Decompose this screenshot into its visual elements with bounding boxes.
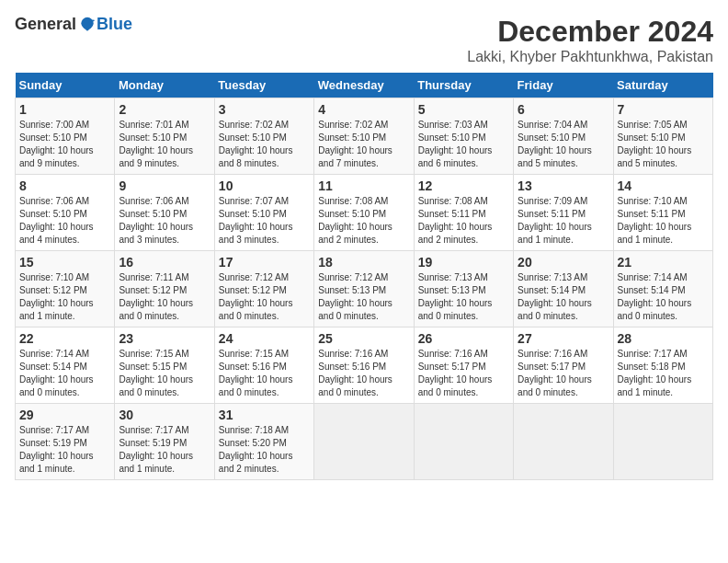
day-header-sunday: Sunday: [16, 73, 115, 98]
day-number: 19: [418, 255, 509, 270]
calendar-cell: 10 Sunrise: 7:07 AM Sunset: 5:10 PM Dayl…: [214, 175, 313, 251]
day-info: Sunrise: 7:12 AM Sunset: 5:12 PM Dayligh…: [219, 271, 310, 323]
calendar-table: SundayMondayTuesdayWednesdayThursdayFrid…: [15, 73, 713, 480]
day-info: Sunrise: 7:00 AM Sunset: 5:10 PM Dayligh…: [19, 119, 110, 170]
sub-title: Lakki, Khyber Pakhtunkhwa, Pakistan: [467, 49, 713, 65]
day-info: Sunrise: 7:02 AM Sunset: 5:10 PM Dayligh…: [318, 119, 409, 170]
day-number: 15: [19, 255, 110, 270]
calendar-week-1: 1 Sunrise: 7:00 AM Sunset: 5:10 PM Dayli…: [16, 98, 713, 175]
day-number: 3: [219, 102, 310, 117]
day-info: Sunrise: 7:05 AM Sunset: 5:10 PM Dayligh…: [618, 119, 709, 170]
day-number: 9: [119, 178, 210, 193]
day-number: 12: [418, 178, 509, 193]
day-info: Sunrise: 7:10 AM Sunset: 5:11 PM Dayligh…: [618, 195, 709, 247]
day-info: Sunrise: 7:08 AM Sunset: 5:11 PM Dayligh…: [418, 195, 509, 247]
calendar-cell: 16 Sunrise: 7:11 AM Sunset: 5:12 PM Dayl…: [115, 251, 214, 327]
day-number: 22: [19, 331, 110, 346]
day-number: 28: [618, 331, 709, 346]
calendar-cell: 29 Sunrise: 7:17 AM Sunset: 5:19 PM Dayl…: [16, 404, 115, 480]
calendar-cell: [613, 404, 712, 480]
day-header-thursday: Thursday: [414, 73, 513, 98]
calendar-cell: 24 Sunrise: 7:15 AM Sunset: 5:16 PM Dayl…: [214, 327, 313, 404]
calendar-cell: 11 Sunrise: 7:08 AM Sunset: 5:10 PM Dayl…: [314, 175, 414, 251]
calendar-cell: 30 Sunrise: 7:17 AM Sunset: 5:19 PM Dayl…: [115, 404, 214, 480]
day-number: 20: [518, 255, 609, 270]
day-number: 2: [119, 102, 210, 117]
day-number: 13: [518, 178, 609, 193]
calendar-cell: 22 Sunrise: 7:14 AM Sunset: 5:14 PM Dayl…: [16, 327, 115, 404]
day-info: Sunrise: 7:16 AM Sunset: 5:17 PM Dayligh…: [418, 348, 509, 399]
calendar-cell: 1 Sunrise: 7:00 AM Sunset: 5:10 PM Dayli…: [16, 98, 115, 175]
calendar-cell: 17 Sunrise: 7:12 AM Sunset: 5:12 PM Dayl…: [214, 251, 313, 327]
day-header-wednesday: Wednesday: [314, 73, 414, 98]
day-info: Sunrise: 7:15 AM Sunset: 5:16 PM Dayligh…: [219, 348, 310, 399]
header: General Blue December 2024 Lakki, Khyber…: [15, 15, 713, 65]
day-info: Sunrise: 7:13 AM Sunset: 5:14 PM Dayligh…: [518, 271, 609, 323]
calendar-cell: 15 Sunrise: 7:10 AM Sunset: 5:12 PM Dayl…: [16, 251, 115, 327]
day-info: Sunrise: 7:11 AM Sunset: 5:12 PM Dayligh…: [119, 271, 210, 323]
day-info: Sunrise: 7:02 AM Sunset: 5:10 PM Dayligh…: [219, 119, 310, 170]
day-number: 14: [618, 178, 709, 193]
calendar-week-4: 22 Sunrise: 7:14 AM Sunset: 5:14 PM Dayl…: [16, 327, 713, 404]
calendar-cell: [514, 404, 613, 480]
calendar-cell: 9 Sunrise: 7:06 AM Sunset: 5:10 PM Dayli…: [115, 175, 214, 251]
day-info: Sunrise: 7:12 AM Sunset: 5:13 PM Dayligh…: [318, 271, 409, 323]
day-number: 5: [418, 102, 509, 117]
title-section: December 2024 Lakki, Khyber Pakhtunkhwa,…: [467, 15, 713, 65]
day-number: 29: [19, 408, 110, 422]
day-info: Sunrise: 7:14 AM Sunset: 5:14 PM Dayligh…: [618, 271, 709, 323]
day-number: 16: [119, 255, 210, 270]
day-info: Sunrise: 7:08 AM Sunset: 5:10 PM Dayligh…: [318, 195, 409, 247]
day-number: 6: [518, 102, 609, 117]
day-number: 1: [19, 102, 110, 117]
calendar-cell: 7 Sunrise: 7:05 AM Sunset: 5:10 PM Dayli…: [613, 98, 712, 175]
day-number: 4: [318, 102, 409, 117]
day-info: Sunrise: 7:03 AM Sunset: 5:10 PM Dayligh…: [418, 119, 509, 170]
calendar-cell: 3 Sunrise: 7:02 AM Sunset: 5:10 PM Dayli…: [214, 98, 313, 175]
day-number: 26: [418, 331, 509, 346]
day-info: Sunrise: 7:18 AM Sunset: 5:20 PM Dayligh…: [219, 424, 310, 476]
day-info: Sunrise: 7:01 AM Sunset: 5:10 PM Dayligh…: [119, 119, 210, 170]
calendar-cell: 13 Sunrise: 7:09 AM Sunset: 5:11 PM Dayl…: [514, 175, 613, 251]
day-info: Sunrise: 7:17 AM Sunset: 5:18 PM Dayligh…: [618, 348, 709, 399]
day-info: Sunrise: 7:04 AM Sunset: 5:10 PM Dayligh…: [518, 119, 609, 170]
day-info: Sunrise: 7:06 AM Sunset: 5:10 PM Dayligh…: [19, 195, 110, 247]
calendar-cell: 31 Sunrise: 7:18 AM Sunset: 5:20 PM Dayl…: [214, 404, 313, 480]
calendar-cell: [414, 404, 513, 480]
day-number: 30: [119, 408, 210, 422]
calendar-cell: 5 Sunrise: 7:03 AM Sunset: 5:10 PM Dayli…: [414, 98, 513, 175]
logo: General Blue: [15, 15, 132, 34]
day-info: Sunrise: 7:17 AM Sunset: 5:19 PM Dayligh…: [19, 424, 110, 476]
day-info: Sunrise: 7:16 AM Sunset: 5:17 PM Dayligh…: [518, 348, 609, 399]
day-number: 7: [618, 102, 709, 117]
day-info: Sunrise: 7:07 AM Sunset: 5:10 PM Dayligh…: [219, 195, 310, 247]
calendar-cell: 18 Sunrise: 7:12 AM Sunset: 5:13 PM Dayl…: [314, 251, 414, 327]
day-info: Sunrise: 7:09 AM Sunset: 5:11 PM Dayligh…: [518, 195, 609, 247]
calendar-cell: 8 Sunrise: 7:06 AM Sunset: 5:10 PM Dayli…: [16, 175, 115, 251]
calendar-cell: 19 Sunrise: 7:13 AM Sunset: 5:13 PM Dayl…: [414, 251, 513, 327]
day-info: Sunrise: 7:13 AM Sunset: 5:13 PM Dayligh…: [418, 271, 509, 323]
calendar-cell: 21 Sunrise: 7:14 AM Sunset: 5:14 PM Dayl…: [613, 251, 712, 327]
main-title: December 2024: [467, 15, 713, 49]
day-number: 25: [318, 331, 409, 346]
calendar-week-3: 15 Sunrise: 7:10 AM Sunset: 5:12 PM Dayl…: [16, 251, 713, 327]
calendar-cell: 20 Sunrise: 7:13 AM Sunset: 5:14 PM Dayl…: [514, 251, 613, 327]
logo-general: General: [15, 15, 76, 34]
calendar-header-row: SundayMondayTuesdayWednesdayThursdayFrid…: [16, 73, 713, 98]
calendar-cell: 2 Sunrise: 7:01 AM Sunset: 5:10 PM Dayli…: [115, 98, 214, 175]
day-number: 23: [119, 331, 210, 346]
day-number: 11: [318, 178, 409, 193]
day-info: Sunrise: 7:06 AM Sunset: 5:10 PM Dayligh…: [119, 195, 210, 247]
calendar-week-5: 29 Sunrise: 7:17 AM Sunset: 5:19 PM Dayl…: [16, 404, 713, 480]
day-number: 27: [518, 331, 609, 346]
day-number: 21: [618, 255, 709, 270]
calendar-cell: [314, 404, 414, 480]
day-number: 24: [219, 331, 310, 346]
calendar-week-2: 8 Sunrise: 7:06 AM Sunset: 5:10 PM Dayli…: [16, 175, 713, 251]
calendar-cell: 4 Sunrise: 7:02 AM Sunset: 5:10 PM Dayli…: [314, 98, 414, 175]
calendar-cell: 14 Sunrise: 7:10 AM Sunset: 5:11 PM Dayl…: [613, 175, 712, 251]
day-number: 17: [219, 255, 310, 270]
day-header-saturday: Saturday: [613, 73, 712, 98]
logo-bird-icon: [78, 16, 97, 34]
day-number: 31: [219, 408, 310, 422]
